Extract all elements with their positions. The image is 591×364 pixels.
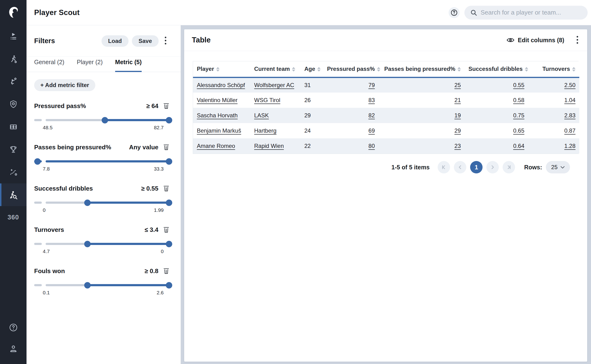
slider-thumb-right[interactable] — [166, 199, 172, 206]
range-slider[interactable] — [34, 282, 170, 288]
delete-filter-button[interactable] — [163, 225, 170, 234]
team-link[interactable]: Wolfsberger AC — [254, 82, 294, 88]
slider-track[interactable] — [46, 284, 169, 286]
delete-filter-button[interactable] — [163, 267, 170, 275]
slider-thumb-right[interactable] — [166, 117, 172, 123]
column-header-age[interactable]: Age — [301, 61, 323, 77]
app-logo[interactable] — [0, 0, 27, 25]
delete-filter-button[interactable] — [163, 143, 170, 152]
slider-fill — [87, 243, 169, 245]
metric-cell-link[interactable]: 0.65 — [513, 127, 524, 134]
sidebar-item-player-scout[interactable] — [0, 183, 27, 206]
sidebar-item-360[interactable]: 360 — [0, 206, 27, 229]
sidebar-item-goalkeepers[interactable] — [0, 70, 27, 93]
player-link[interactable]: Sascha Horvath — [197, 112, 238, 118]
first-page-button[interactable] — [438, 161, 450, 173]
edit-columns-button[interactable]: Edit columns (8) — [506, 37, 564, 44]
slider-thumb-right[interactable] — [166, 158, 172, 165]
slider-track[interactable] — [46, 119, 169, 121]
sidebar-item-competitions[interactable] — [0, 138, 27, 161]
column-header-passes-being-pressured[interactable]: Passes being pressured% — [379, 61, 465, 77]
range-slider[interactable] — [34, 158, 170, 165]
range-slider[interactable] — [34, 117, 170, 123]
column-header-player[interactable]: Player — [193, 61, 250, 77]
delete-filter-button[interactable] — [163, 102, 170, 110]
metric-cell-link[interactable]: 1.04 — [564, 97, 576, 103]
slider-min-label: 7.8 — [43, 166, 50, 172]
help-button[interactable] — [449, 7, 460, 18]
slider-max-label: 0 — [161, 248, 164, 254]
sidebar-item-tactics[interactable] — [0, 161, 27, 183]
metric-cell-link[interactable]: 80 — [368, 143, 375, 149]
slider-fill — [87, 202, 169, 204]
metric-cell-link[interactable]: 0.64 — [513, 143, 524, 149]
player-link[interactable]: Amane Romeo — [197, 143, 235, 149]
metric-name: Passes being pressured% — [34, 143, 125, 151]
sidebar-help-button[interactable] — [0, 317, 27, 338]
load-button[interactable]: Load — [101, 35, 128, 47]
metric-cell-link[interactable]: 23 — [454, 143, 461, 149]
metric-cell-link[interactable]: 1.28 — [564, 143, 576, 149]
metric-cell-link[interactable]: 21 — [454, 97, 461, 103]
team-link[interactable]: LASK — [254, 112, 269, 118]
metric-cell-link[interactable]: 19 — [454, 112, 461, 118]
sidebar-user-button[interactable] — [0, 338, 27, 360]
slider-thumb-left[interactable] — [101, 117, 108, 123]
sidebar-item-pitch[interactable] — [0, 116, 27, 138]
team-link[interactable]: WSG Tirol — [254, 97, 280, 103]
metric-cell-link[interactable]: 0.75 — [513, 112, 524, 118]
metric-cell-link[interactable]: 29 — [454, 127, 461, 134]
column-header-turnovers[interactable]: Turnovers — [528, 61, 579, 77]
range-slider[interactable] — [34, 199, 170, 206]
tab-general[interactable]: General (2) — [34, 57, 64, 72]
metric-cell-link[interactable]: 2.50 — [564, 82, 576, 88]
column-header-pressured-pass[interactable]: Pressured pass% — [323, 61, 379, 77]
metric-cell-link[interactable]: 2.83 — [564, 112, 576, 118]
slider-track[interactable] — [46, 202, 169, 204]
metric-filter-fouls-won: Fouls won ≥ 0.8 — [34, 267, 170, 296]
metric-cell-link[interactable]: 79 — [368, 82, 375, 88]
column-header-successful-dribbles[interactable]: Successful dribbles — [465, 61, 528, 77]
slider-thumb-left[interactable] — [84, 282, 91, 288]
last-page-button[interactable] — [503, 161, 515, 173]
metric-cell-link[interactable]: 0.55 — [513, 82, 524, 88]
search-input[interactable] — [481, 9, 582, 16]
metric-cell-link[interactable]: 69 — [368, 127, 375, 134]
sidebar-item-players[interactable] — [0, 47, 27, 70]
delete-filter-button[interactable] — [163, 184, 170, 193]
save-button[interactable]: Save — [132, 35, 159, 47]
slider-thumb-right[interactable] — [166, 241, 172, 247]
tab-player[interactable]: Player (2) — [77, 57, 102, 72]
add-metric-filter-button[interactable]: + Add metric filter — [34, 79, 95, 91]
metric-cell-link[interactable]: 25 — [454, 82, 461, 88]
range-slider[interactable] — [34, 240, 170, 247]
player-link[interactable]: Alessandro Schöpf — [197, 82, 245, 88]
rows-per-page-select[interactable]: 25 — [546, 161, 570, 173]
slider-thumb-right[interactable] — [166, 282, 172, 288]
filters-kebab-button[interactable] — [162, 34, 169, 47]
slider-thumb-left[interactable] — [84, 199, 91, 206]
slider-track[interactable] — [46, 160, 169, 162]
sidebar-item-matchlist[interactable] — [0, 25, 27, 47]
metric-cell-link[interactable]: 83 — [368, 97, 375, 103]
tab-metric[interactable]: Metric (5) — [115, 57, 142, 72]
data-grid: Player Current team Age Pressured pass% … — [193, 61, 578, 154]
filter-tabs: General (2) Player (2) Metric (5) — [27, 57, 181, 72]
slider-thumb-left[interactable] — [34, 158, 41, 165]
slider-max-label: 1.99 — [154, 207, 164, 213]
team-link[interactable]: Hartberg — [254, 127, 276, 134]
slider-track[interactable] — [46, 243, 169, 245]
team-link[interactable]: Rapid Wien — [254, 143, 284, 149]
metric-cell-link[interactable]: 0.87 — [564, 127, 576, 134]
metric-cell-link[interactable]: 0.58 — [513, 97, 524, 103]
column-header-current-team[interactable]: Current team — [250, 61, 301, 77]
sidebar-item-teams[interactable] — [0, 93, 27, 116]
player-link[interactable]: Benjamin Markuš — [197, 127, 241, 134]
table-kebab-button[interactable] — [574, 34, 581, 47]
next-page-button[interactable] — [486, 161, 499, 173]
player-link[interactable]: Valentino Müller — [197, 97, 237, 103]
metric-cell-link[interactable]: 82 — [368, 112, 375, 118]
slider-thumb-left[interactable] — [84, 241, 91, 247]
previous-page-button[interactable] — [454, 161, 466, 173]
page-1-button[interactable]: 1 — [470, 161, 483, 173]
